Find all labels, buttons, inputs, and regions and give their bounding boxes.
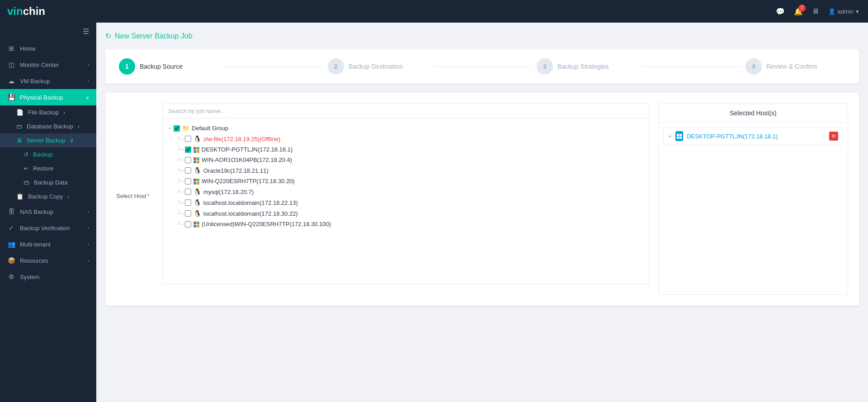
chevron-right-icon-mt: › xyxy=(88,242,89,247)
add-icon: + xyxy=(668,132,672,140)
wizard-step-2[interactable]: 2 Backup Destination xyxy=(328,58,428,75)
step-label-4: Review & Confirm xyxy=(766,63,817,70)
tree-line-oracle: └─ xyxy=(177,168,183,173)
physical-backup-icon: 💾 xyxy=(7,94,15,101)
sidebar-item-database-backup-label: Database Backup xyxy=(27,123,73,130)
tree-node-unlicensed[interactable]: └─ (Unlicensed)WIN-Q220ESRH7TP(172.18 xyxy=(176,219,644,229)
tree-line-localhost1: └─ xyxy=(177,200,183,205)
chevron-right-icon-vm: › xyxy=(88,79,89,84)
sidebar-item-restore[interactable]: ↩ Restore xyxy=(0,161,96,175)
step-circle-3: 3 xyxy=(537,58,553,75)
sidebar-item-restore-label: Restore xyxy=(33,165,54,172)
chevron-down-icon-physical: ∨ xyxy=(86,95,89,100)
monitor-display-icon[interactable]: 🖥 xyxy=(812,7,819,15)
tree-collapse-icon[interactable]: ─ xyxy=(168,126,171,131)
sidebar-item-backup-verification-label: Backup Verification xyxy=(20,225,70,232)
tree-checkbox-unlicensed[interactable] xyxy=(185,221,191,227)
sidebar-item-nas-backup[interactable]: 🗄 NAS Backup › xyxy=(0,203,96,220)
sidebar-item-physical-backup-label: Physical Backup xyxy=(20,94,63,101)
host-tree-container: ─ 📁 Default Group └─ xyxy=(162,104,649,284)
refresh-icon: ↻ xyxy=(105,32,111,40)
sidebar-item-system[interactable]: ⚙ System xyxy=(0,269,96,285)
tree-node-mysql[interactable]: └─ 🐧 mysql(172.18.20.7) xyxy=(176,186,644,197)
windows-icon-desktop xyxy=(193,146,199,153)
tree-node-oracle[interactable]: └─ 🐧 Oracle19c(172.18.21.11) xyxy=(176,165,644,176)
notification-bell[interactable]: 🔔 7 xyxy=(794,7,803,16)
page-content: ↻ New Server Backup Job 1 Backup Source … xyxy=(96,23,868,402)
tree-node-desktop[interactable]: └─ DESKTOP-PGTTLJN(172.18.18.1) xyxy=(176,144,644,155)
tree-checkbox-default-group[interactable] xyxy=(174,125,180,132)
tree-checkbox-winaor[interactable] xyxy=(185,157,191,163)
tree-node-localhost1[interactable]: └─ 🐧 localhost.localdomain(172.18.22.13) xyxy=(176,197,644,208)
server-backup-icon: 🖥 xyxy=(16,137,22,144)
sidebar-item-nas-backup-label: NAS Backup xyxy=(20,208,53,215)
tree-checkbox-localhost1[interactable] xyxy=(185,199,191,206)
tree-checkbox-mysql[interactable] xyxy=(185,189,191,195)
tree-line-winq: └─ xyxy=(177,179,183,184)
tree-node-label-localhost1: localhost.localdomain(172.18.22.13) xyxy=(203,199,298,206)
chevron-right-icon-copy: › xyxy=(67,193,69,200)
chevron-right-icon-bv: › xyxy=(88,226,89,231)
vm-backup-icon: ☁ xyxy=(7,77,15,85)
sidebar-item-resources[interactable]: 📦 Resources › xyxy=(0,252,96,269)
tree-node-label-winq: WIN-Q220ESRH7TP(172.18.30.20) xyxy=(202,178,295,184)
sidebar-item-file-backup[interactable]: 📄 File Backup › xyxy=(0,105,96,119)
selected-host-item: + DESKTOP-PGTTLJN(172.18.18.1) xyxy=(663,127,843,145)
form-row: Select Host * ─ 📁 Default Group xyxy=(116,104,848,295)
step-connector-2-3 xyxy=(432,66,532,67)
chevron-right-icon-res: › xyxy=(88,258,89,263)
step-connector-1-2 xyxy=(223,66,323,67)
tree-checkbox-desktop[interactable] xyxy=(185,147,191,153)
chat-icon[interactable]: 💬 xyxy=(776,7,785,16)
backup-copy-icon: 📋 xyxy=(16,193,24,200)
sidebar-item-vm-backup[interactable]: ☁ VM Backup › xyxy=(0,73,96,89)
tree-node-label-desktop: DESKTOP-PGTTLJN(172.18.18.1) xyxy=(202,146,292,153)
tree-checkbox-zlw[interactable] xyxy=(185,136,191,142)
wizard-step-3[interactable]: 3 Backup Strategies xyxy=(537,58,637,75)
sidebar-item-backup-data-label: Backup Data xyxy=(34,179,67,186)
tree-checkbox-oracle[interactable] xyxy=(185,167,191,174)
tree-node-zlw-file[interactable]: └─ 🐧 zlw-file(172.18.19.25)(Offline) xyxy=(176,133,644,144)
tree-checkbox-localhost2[interactable] xyxy=(185,210,191,217)
restore-icon: ↩ xyxy=(24,165,28,172)
multi-tenant-icon: 👥 xyxy=(7,241,15,248)
sidebar-item-multi-tenant[interactable]: 👥 Multi-tenant › xyxy=(0,236,96,252)
sidebar-item-backup-data[interactable]: 🗃 Backup Data xyxy=(0,175,96,189)
tree-checkbox-winq[interactable] xyxy=(185,178,191,184)
sidebar-item-physical-backup[interactable]: 💾 Physical Backup ∨ xyxy=(0,89,96,105)
tree-children: └─ 🐧 zlw-file(172.18.19.25)(Offline) └─ xyxy=(167,133,644,229)
linux-icon-localhost1: 🐧 xyxy=(193,199,201,206)
tree-node-winq[interactable]: └─ WIN-Q220ESRH7TP(172.18.30.20) xyxy=(176,176,644,186)
sidebar-toggle[interactable]: ☰ xyxy=(0,23,96,40)
remove-host-button[interactable]: ✕ xyxy=(829,132,838,141)
logo: vinchin xyxy=(0,0,96,23)
sidebar-item-home[interactable]: ⊞ Home xyxy=(0,40,96,57)
sidebar-item-backup-copy[interactable]: 📋 Backup Copy › xyxy=(0,189,96,203)
wizard-step-4[interactable]: 4 Review & Confirm xyxy=(745,58,845,75)
tree-node-default-group[interactable]: ─ 📁 Default Group xyxy=(167,123,644,133)
database-backup-icon: 🗃 xyxy=(16,123,22,130)
tree-node-win-aor[interactable]: └─ WIN-AOR1O1K04PB(172.18.20.4) xyxy=(176,155,644,165)
hamburger-icon: ☰ xyxy=(83,27,89,36)
sidebar-item-backup-label: Backup xyxy=(33,151,52,158)
sidebar-item-backup-verification[interactable]: ✓ Backup Verification › xyxy=(0,220,96,236)
sidebar-item-backup[interactable]: ↺ Backup xyxy=(0,147,96,161)
linux-icon-localhost2: 🐧 xyxy=(193,210,201,217)
home-icon: ⊞ xyxy=(7,45,15,52)
user-menu[interactable]: 👤 admin ▾ xyxy=(828,8,859,15)
sidebar-item-server-backup[interactable]: 🖥 Server Backup ∨ xyxy=(0,133,96,147)
notification-count: 7 xyxy=(798,5,806,12)
nas-backup-icon: 🗄 xyxy=(7,208,15,215)
windows-icon-winaor xyxy=(193,156,199,163)
tree-line-localhost2: └─ xyxy=(177,211,183,216)
sidebar-item-database-backup[interactable]: 🗃 Database Backup › xyxy=(0,119,96,133)
search-input[interactable] xyxy=(163,104,649,118)
step-connector-3-4 xyxy=(641,66,741,67)
form-card: Select Host * ─ 📁 Default Group xyxy=(105,93,859,306)
sidebar-item-monitor-center[interactable]: ◫ Monitor Center › xyxy=(0,57,96,73)
step-label-2: Backup Destination xyxy=(349,63,403,70)
folder-icon: 📁 xyxy=(182,125,189,132)
tree-node-localhost2[interactable]: └─ 🐧 localhost.localdomain(172.18.30.22) xyxy=(176,208,644,219)
sidebar-item-multi-tenant-label: Multi-tenant xyxy=(20,241,51,248)
wizard-step-1[interactable]: 1 Backup Source xyxy=(119,58,219,75)
